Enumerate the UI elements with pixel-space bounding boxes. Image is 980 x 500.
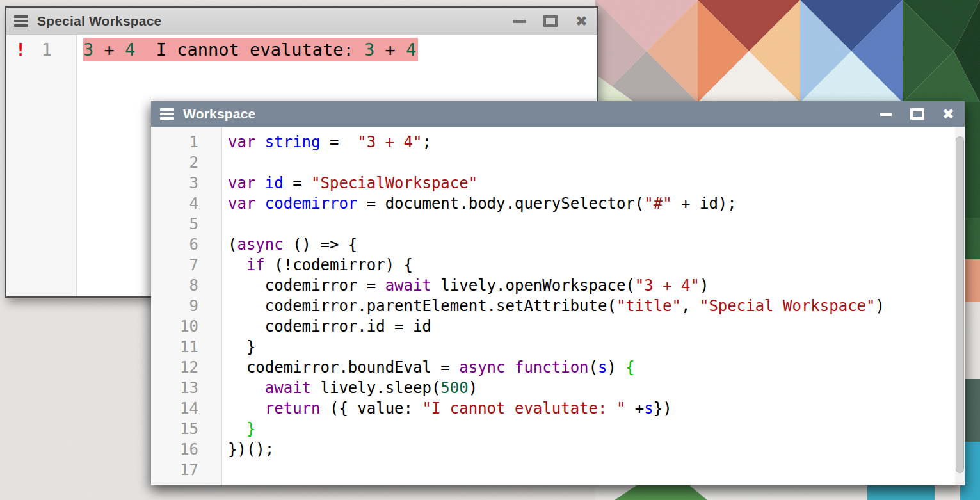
line-number: 8 [189,277,198,294]
code-line-11: } [228,337,965,357]
gutter-line-1: !1 [6,39,76,61]
code-line-12: codemirror.boundEval = async function(s)… [228,357,965,378]
gutter-line-5: 5 [151,214,221,234]
line-number: 3 [189,174,198,192]
code-line-15: } [228,419,965,439]
code-line-8: codemirror = await lively.openWorkspace(… [228,275,965,296]
maximize-icon[interactable] [543,15,558,27]
window-controls: ✖ [513,15,588,28]
workspace-window-titlebar[interactable]: Workspace ✖ [151,101,965,127]
gutter-line-12: 12 [151,357,221,378]
gutter-line-7: 7 [151,255,221,275]
code-line-7: if (!codemirror) { [228,255,965,275]
line-number: 1 [189,133,198,151]
code-line-17 [228,460,965,480]
line-number: 15 [180,420,198,438]
gutter-line-8: 8 [151,275,221,296]
gutter-line-3: 3 [151,173,221,193]
special-window-titlebar[interactable]: Special Workspace ✖ [6,8,597,35]
error-marker-icon: ! [15,39,26,61]
special-window-title: Special Workspace [37,13,161,29]
line-number: 17 [180,461,198,479]
line-number: 10 [180,318,198,335]
code-line-14: return ({ value: "I cannot evalutate: " … [228,398,965,419]
workspace-window-title: Workspace [183,106,255,122]
line-number: 7 [189,256,198,274]
code-line-10: codemirror.id = id [228,316,965,337]
code-line-13: await lively.sleep(500) [228,378,965,398]
code-line-16: })(); [228,439,965,460]
workspace-editor-gutter: 1234567891011121314151617 [151,127,222,485]
code-line-1: var string = "3 + 4"; [228,132,965,152]
hamburger-menu-icon[interactable] [160,108,174,120]
minimize-icon[interactable] [513,20,526,23]
gutter-line-13: 13 [151,378,221,398]
line-number: 9 [189,297,198,315]
close-icon[interactable]: ✖ [942,108,954,120]
workspace-code-editor[interactable]: 1234567891011121314151617 var string = "… [151,127,965,485]
line-number: 14 [180,399,198,417]
line-number: 13 [180,379,198,397]
code-line-9: codemirror.parentElement.setAttribute("t… [228,296,965,316]
close-icon[interactable]: ✖ [575,15,588,28]
gutter-line-14: 14 [151,398,221,419]
error-highlight: 3 + 4 I cannot evalutate: 3 + 4 [83,38,418,61]
line-number: 12 [180,359,198,376]
code-line-5 [228,214,965,234]
window-controls: ✖ [880,108,954,120]
vertical-scrollbar[interactable] [955,127,965,485]
line-number: 5 [189,215,198,233]
scrollbar-thumb[interactable] [956,136,964,473]
gutter-line-2: 2 [151,152,221,173]
gutter-line-15: 15 [151,419,221,439]
gutter-line-1: 1 [151,132,221,152]
hamburger-menu-icon[interactable] [14,15,28,27]
line-number: 6 [189,236,198,254]
desktop: Special Workspace ✖ !1 3 + 4 I cannot ev… [0,0,980,500]
special-editor-gutter: !1 [6,35,77,296]
gutter-line-17: 17 [151,460,221,480]
gutter-line-6: 6 [151,234,221,255]
workspace-window: Workspace ✖ 1234567891011121314151617 va… [151,101,965,485]
gutter-line-9: 9 [151,296,221,316]
gutter-line-11: 11 [151,337,221,357]
workspace-editor-code[interactable]: var string = "3 + 4";var id = "SpecialWo… [222,127,965,485]
maximize-icon[interactable] [910,108,924,120]
code-line-4: var codemirror = document.body.querySele… [228,193,965,214]
gutter-line-16: 16 [151,439,221,460]
gutter-line-4: 4 [151,193,221,214]
line-number: 16 [180,440,198,458]
line-number: 1 [42,40,52,60]
minimize-icon[interactable] [880,113,892,116]
code-line-1: 3 + 4 I cannot evalutate: 3 + 4 [83,39,597,61]
line-number: 11 [180,338,198,356]
code-line-2 [228,152,965,173]
code-line-6: (async () => { [228,234,965,255]
code-line-3: var id = "SpecialWorkspace" [228,173,965,193]
line-number: 2 [189,154,198,172]
line-number: 4 [189,195,198,213]
gutter-line-10: 10 [151,316,221,337]
